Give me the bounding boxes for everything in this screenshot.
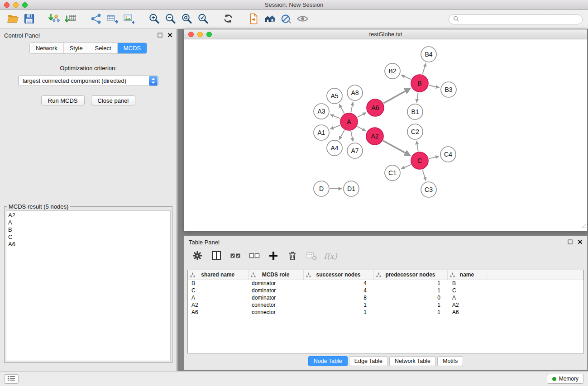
graph-edge-B-B1[interactable] (416, 93, 418, 103)
graph-node-D1[interactable]: D1 (344, 181, 359, 196)
mcds-result-item[interactable]: A (8, 219, 168, 226)
export-table-button[interactable] (104, 12, 120, 27)
memory-button[interactable]: Memory (547, 374, 584, 384)
zoom-selected-button[interactable] (195, 12, 211, 27)
hide-selected-button[interactable] (278, 12, 294, 27)
tab-select[interactable]: Select (89, 43, 118, 53)
show-all-button[interactable] (294, 12, 311, 27)
table-row[interactable]: Bdominator41B (188, 280, 583, 287)
table-row[interactable]: A2connector11A2 (188, 301, 583, 309)
graph-node-C2[interactable]: C2 (407, 124, 423, 139)
graph-edge-B-B4[interactable] (422, 63, 425, 74)
table-row[interactable]: Adominator80A (188, 294, 583, 301)
first-neighbors-button[interactable] (262, 12, 278, 27)
close-panel-button[interactable] (167, 32, 172, 39)
table-settings-button[interactable] (191, 250, 204, 262)
graph-edge-A2-C[interactable] (383, 141, 410, 156)
graph-node-C3[interactable]: C3 (421, 182, 436, 197)
add-column-button[interactable] (267, 250, 280, 262)
save-session-button[interactable] (21, 12, 37, 27)
tab-network[interactable]: Network (30, 43, 64, 53)
graph-edge-A-A7[interactable] (351, 131, 353, 142)
graph-edge-C-C1[interactable] (401, 165, 411, 169)
column-header-predecessor-nodes[interactable]: predecessor nodes (373, 270, 447, 280)
mcds-result-item[interactable]: A2 (8, 212, 168, 219)
import-network-button[interactable] (46, 12, 62, 27)
mcds-result-item[interactable]: B (8, 226, 168, 234)
search-field[interactable] (449, 14, 583, 24)
graph-edge-A-A8[interactable] (351, 102, 353, 113)
deselect-all-rows-button[interactable] (248, 250, 261, 262)
column-header-mcds-role[interactable]: MCDS role (248, 270, 303, 280)
graph-node-A3[interactable]: A3 (314, 104, 329, 119)
tab-edge-table[interactable]: Edge Table (349, 356, 388, 366)
zoom-fit-button[interactable] (178, 12, 195, 27)
search-input[interactable] (462, 16, 578, 23)
graph-node-C1[interactable]: C1 (385, 165, 400, 181)
graph-node-A5[interactable]: A5 (327, 88, 342, 104)
graph-node-D[interactable]: D (314, 181, 329, 196)
graph-edge-A-A1[interactable] (330, 125, 340, 129)
graph-node-B1[interactable]: B1 (407, 104, 423, 119)
tab-network-table[interactable]: Network Table (389, 356, 436, 366)
graph-edge-A-A6[interactable] (358, 113, 366, 117)
column-header-shared-name[interactable]: shared name (188, 270, 248, 280)
mcds-result-item[interactable]: C (8, 234, 168, 241)
graph-edge-A6-B[interactable] (383, 88, 411, 103)
graph-edge-A-A5[interactable] (339, 104, 344, 113)
graph-edge-A-A4[interactable] (339, 130, 344, 139)
column-header-name[interactable]: name (447, 270, 487, 280)
tab-style[interactable]: Style (64, 43, 89, 53)
graph-node-B2[interactable]: B2 (385, 63, 400, 79)
tab-node-table[interactable]: Node Table (308, 356, 348, 366)
graph-node-A4[interactable]: A4 (327, 140, 342, 156)
graph-node-B3[interactable]: B3 (441, 82, 456, 97)
show-columns-button[interactable] (210, 250, 223, 262)
float-table-panel-button[interactable] (568, 239, 573, 246)
mcds-result-list[interactable]: A2ABCA6 (6, 210, 171, 361)
graph-node-A2[interactable]: A2 (366, 128, 383, 145)
graph-edge-A-A2[interactable] (357, 126, 366, 131)
table-row[interactable]: A6connector11A6 (188, 309, 583, 316)
tab-motifs[interactable]: Motifs (437, 356, 463, 366)
task-history-button[interactable] (4, 374, 19, 384)
open-session-button[interactable] (5, 12, 21, 27)
delete-table-button[interactable] (305, 250, 318, 262)
graph-edge-C-C3[interactable] (422, 170, 425, 181)
graph-edge-A-A3[interactable] (330, 114, 340, 118)
column-header-successor-nodes[interactable]: successor nodes (303, 270, 373, 280)
network-canvas[interactable]: B4B2BB3A5A8A6B1A3AC2A1A2A4A7C4CC1C3DD1 (184, 39, 587, 231)
zoom-in-button[interactable] (146, 12, 162, 27)
mcds-result-item[interactable]: A6 (8, 241, 168, 248)
graph-node-B4[interactable]: B4 (421, 47, 436, 62)
graph-edge-B-B3[interactable] (429, 86, 440, 88)
export-network-button[interactable] (88, 12, 104, 27)
criterion-dropdown[interactable]: largest connected component (directed) (18, 76, 158, 86)
close-panel-action-button[interactable]: Close panel (91, 95, 136, 105)
graph-edge-C-C4[interactable] (429, 157, 439, 159)
graph-node-A7[interactable]: A7 (347, 143, 363, 158)
function-builder-button[interactable]: f(x) (324, 250, 337, 262)
apply-layout-button[interactable] (220, 12, 236, 27)
close-table-panel-button[interactable] (578, 239, 583, 246)
delete-column-button[interactable] (286, 250, 299, 262)
tab-mcds[interactable]: MCDS (118, 43, 147, 53)
document-button[interactable] (245, 12, 262, 27)
float-panel-button[interactable] (158, 32, 163, 39)
graph-edge-B-B2[interactable] (401, 75, 411, 80)
graph-node-C4[interactable]: C4 (440, 147, 456, 162)
export-image-button[interactable] (120, 12, 137, 27)
zoom-out-button[interactable] (162, 12, 178, 27)
graph-node-A[interactable]: A (340, 113, 358, 130)
graph-node-A6[interactable]: A6 (367, 99, 384, 116)
run-mcds-button[interactable]: Run MCDS (41, 95, 85, 105)
graph-edge-C-C2[interactable] (416, 141, 418, 152)
graph-node-A1[interactable]: A1 (314, 125, 329, 140)
import-table-button[interactable] (62, 12, 79, 27)
graph-node-B[interactable]: B (411, 75, 428, 92)
select-all-rows-button[interactable] (229, 250, 242, 262)
table-row[interactable]: Cdominator41C (188, 287, 583, 294)
graph-node-C[interactable]: C (411, 152, 428, 169)
graph-node-A8[interactable]: A8 (347, 85, 363, 100)
resize-grip-icon[interactable] (581, 222, 587, 230)
